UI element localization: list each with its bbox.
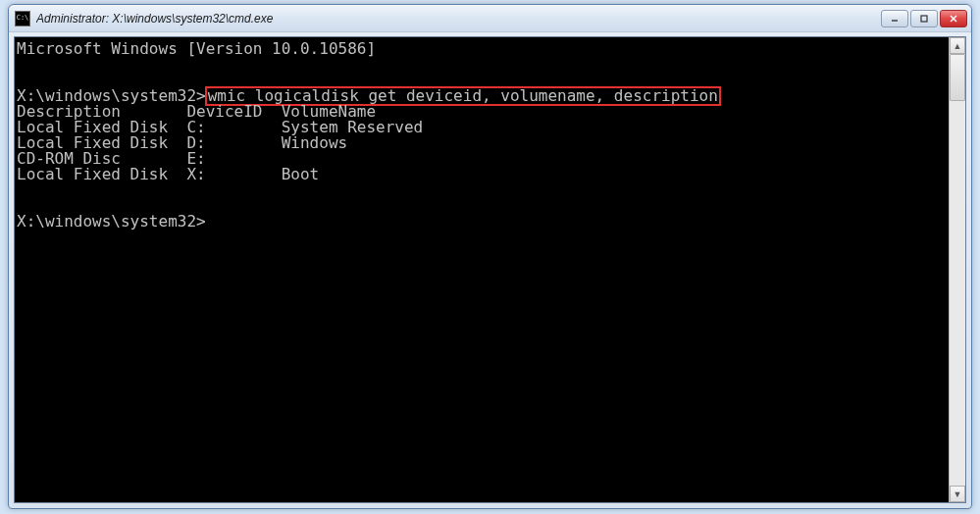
vertical-scrollbar[interactable]: ▲ ▼ — [949, 37, 965, 502]
scroll-track[interactable] — [950, 54, 965, 486]
scroll-thumb[interactable] — [950, 54, 965, 101]
prompt-path: X:\windows\system32> — [17, 212, 206, 231]
minimize-button[interactable] — [881, 10, 908, 27]
close-button[interactable] — [940, 10, 967, 27]
table-rows: Local Fixed Disk C: System ReservedLocal… — [17, 120, 949, 182]
prompt-line: X:\windows\system32> — [17, 214, 949, 230]
window-controls — [881, 10, 967, 27]
banner-line: Microsoft Windows [Version 10.0.10586] — [17, 41, 949, 57]
window-title: Administrator: X:\windows\system32\cmd.e… — [36, 12, 881, 26]
svg-rect-1 — [921, 16, 927, 22]
client-area: Microsoft Windows [Version 10.0.10586] X… — [14, 36, 966, 503]
command-prompt-window: Administrator: X:\windows\system32\cmd.e… — [8, 4, 972, 509]
scroll-down-button[interactable]: ▼ — [950, 486, 965, 502]
terminal-output[interactable]: Microsoft Windows [Version 10.0.10586] X… — [15, 37, 949, 502]
titlebar[interactable]: Administrator: X:\windows\system32\cmd.e… — [9, 5, 971, 32]
maximize-button[interactable] — [910, 10, 938, 27]
cmd-icon — [15, 11, 30, 26]
blank-line — [17, 182, 949, 198]
table-row: Local Fixed Disk X: Boot — [17, 167, 949, 182]
scroll-up-button[interactable]: ▲ — [950, 37, 965, 54]
blank-line — [17, 57, 949, 73]
